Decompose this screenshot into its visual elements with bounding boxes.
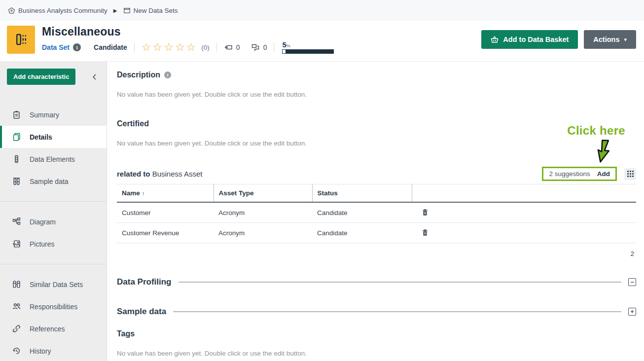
cell-name[interactable]: Customer: [117, 202, 214, 223]
description-title-row: Description i: [117, 71, 636, 79]
sidebar-item-label: Diagram: [30, 218, 56, 226]
table-settings-button[interactable]: [624, 168, 636, 180]
description-section[interactable]: Description i No value has been given ye…: [117, 71, 636, 98]
tags-counter[interactable]: 0: [224, 43, 240, 51]
sidebar-divider: [0, 201, 107, 202]
collapse-section-button[interactable]: −: [628, 278, 636, 286]
sidebar: Add characteristic Summary Details: [0, 62, 107, 361]
grid-icon: [627, 171, 634, 177]
related-assets-table: Name↑ Asset Type Status Customer Acronym…: [117, 184, 636, 243]
sidebar-item-label: Pictures: [30, 240, 55, 248]
column-header-status[interactable]: Status: [312, 184, 412, 203]
rating-stars[interactable]: ☆☆☆☆☆: [142, 42, 198, 53]
page-header: Miscellaneous Data Set i Candidate ☆☆☆☆☆…: [0, 21, 644, 62]
people-icon: [12, 302, 21, 311]
sidebar-item-sample-data[interactable]: Sample data: [0, 170, 107, 192]
divider: [274, 43, 274, 52]
breadcrumb-community-label: Business Analysts Community: [18, 7, 107, 14]
sidebar-item-diagram[interactable]: Diagram: [0, 211, 107, 233]
sidebar-item-label: Sample data: [30, 178, 69, 185]
comments-icon: [251, 43, 260, 51]
table-total-count: 2: [117, 243, 636, 257]
sidebar-item-references[interactable]: References: [0, 318, 107, 340]
sidebar-item-label: History: [30, 347, 51, 355]
sidebar-item-label: Summary: [30, 111, 59, 119]
sidebar-item-label: Similar Data Sets: [30, 281, 83, 289]
sidebar-item-label: References: [30, 325, 65, 333]
add-to-data-basket-button[interactable]: Add to Data Basket: [481, 30, 578, 49]
cell-name[interactable]: Customer Revenue: [117, 223, 214, 243]
trash-icon: [422, 209, 429, 216]
domain-icon: [123, 7, 131, 14]
column-icon: [12, 155, 21, 163]
breadcrumb-domain-label: New Data Sets: [134, 7, 178, 14]
add-suggestions-button[interactable]: Add: [597, 170, 610, 178]
sidebar-item-data-elements[interactable]: Data Elements: [0, 148, 107, 170]
delete-relation-button[interactable]: [421, 228, 429, 237]
completeness-bar: [282, 49, 334, 54]
completeness-fill: [283, 50, 285, 53]
link-icon: [12, 325, 21, 333]
page-title: Miscellaneous: [42, 25, 334, 38]
tags-title: Tags: [117, 329, 636, 338]
completeness-indicator: 5%: [282, 41, 334, 54]
description-info-icon[interactable]: i: [164, 72, 171, 78]
cell-asset-type: Acronym: [214, 223, 312, 243]
actions-button[interactable]: Actions ▾: [584, 30, 636, 49]
sidebar-item-history[interactable]: History: [0, 340, 107, 361]
asset-type-info-icon[interactable]: i: [73, 43, 81, 51]
trash-icon: [422, 229, 429, 236]
history-icon: [12, 347, 21, 355]
sidebar-item-responsibilities[interactable]: Responsibilities: [0, 295, 107, 318]
data-profiling-section: Data Profiling −: [117, 277, 636, 287]
main-content: Description i No value has been given ye…: [107, 62, 644, 361]
suggestions-count-label[interactable]: 2 suggestions: [549, 170, 590, 178]
breadcrumb: Business Analysts Community ▶ New Data S…: [0, 0, 644, 21]
breadcrumb-separator: ▶: [113, 8, 117, 13]
sidebar-item-label: Details: [30, 133, 52, 141]
breadcrumb-community[interactable]: Business Analysts Community: [8, 7, 107, 14]
sidebar-item-similar-data-sets[interactable]: Similar Data Sets: [0, 273, 107, 295]
sidebar-collapse-button[interactable]: [90, 72, 100, 82]
section-rule: [179, 282, 621, 283]
picture-icon: [12, 240, 21, 248]
cell-status: Candidate: [312, 223, 412, 243]
samples-icon: [12, 177, 21, 185]
certified-title: Certified: [117, 119, 636, 128]
tags-empty-value[interactable]: No value has been given yet. Double clic…: [117, 350, 636, 357]
status-badge: Candidate: [94, 43, 127, 51]
clipboard-icon: [12, 110, 21, 119]
breadcrumb-domain[interactable]: New Data Sets: [123, 7, 178, 14]
column-header-name[interactable]: Name↑: [117, 184, 214, 203]
similar-columns-icon: [12, 280, 21, 289]
tag-icon: [224, 43, 233, 51]
delete-relation-button[interactable]: [421, 208, 429, 217]
column-header-asset-type[interactable]: Asset Type: [214, 184, 312, 203]
table-row[interactable]: Customer Revenue Acronym Candidate: [117, 223, 636, 243]
sidebar-item-label: Data Elements: [30, 155, 75, 163]
add-to-data-basket-label: Add to Data Basket: [503, 36, 569, 43]
comments-counter[interactable]: 0: [251, 43, 267, 51]
table-row[interactable]: Customer Acronym Candidate: [117, 202, 636, 223]
sidebar-item-summary[interactable]: Summary: [0, 104, 107, 126]
tags-section[interactable]: Tags No value has been given yet. Double…: [117, 329, 636, 357]
sidebar-item-label: Responsibilities: [30, 303, 77, 311]
completeness-label: 5%: [282, 41, 334, 48]
expand-section-button[interactable]: +: [628, 308, 636, 316]
sidebar-divider: [0, 264, 107, 264]
table-header-row: Name↑ Asset Type Status: [117, 184, 636, 203]
actions-label: Actions: [593, 36, 619, 43]
description-empty-value[interactable]: No value has been given yet. Double clic…: [117, 91, 636, 98]
sidebar-item-pictures[interactable]: Pictures: [0, 233, 107, 255]
asset-type-link[interactable]: Data Set: [42, 43, 70, 51]
suggestions-box: 2 suggestions Add: [542, 167, 617, 181]
add-characteristic-button[interactable]: Add characteristic: [7, 69, 75, 85]
description-title: Description: [117, 71, 160, 79]
sidebar-item-details[interactable]: Details: [0, 126, 107, 148]
chevron-left-icon: [92, 73, 98, 80]
certified-empty-value[interactable]: No value has been given yet. Double clic…: [117, 140, 636, 147]
chevron-down-icon: ▾: [624, 36, 627, 43]
sort-ascending-icon: ↑: [142, 190, 145, 196]
community-icon: [8, 7, 15, 14]
certified-section[interactable]: Certified No value has been given yet. D…: [117, 119, 636, 147]
